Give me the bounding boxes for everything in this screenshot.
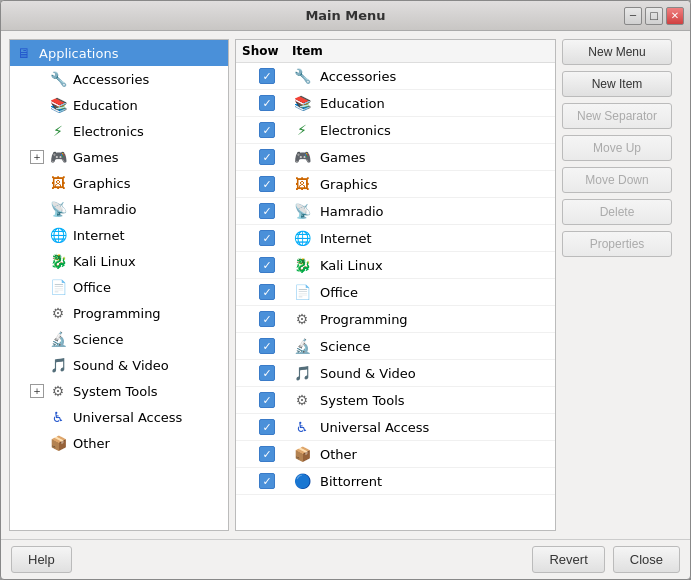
item-cell-elec: ⚡Electronics [292, 120, 549, 140]
expand-icon-systemtools[interactable]: + [30, 384, 44, 398]
checkmark-sys[interactable]: ✓ [259, 392, 275, 408]
left-item-games[interactable]: +🎮Games [10, 144, 228, 170]
item-cell-kali: 🐉Kali Linux [292, 255, 549, 275]
middle-row-ham[interactable]: ✓📡Hamradio [236, 198, 555, 225]
row-icon-bt: 🔵 [292, 471, 312, 491]
check-cell-acc[interactable]: ✓ [242, 68, 292, 84]
item-icon-applications: 🖥 [14, 43, 34, 63]
middle-row-bt[interactable]: ✓🔵Bittorrent [236, 468, 555, 495]
middle-row-acc[interactable]: ✓🔧Accessories [236, 63, 555, 90]
titlebar-buttons: ─ □ ✕ [624, 7, 684, 25]
check-cell-off[interactable]: ✓ [242, 284, 292, 300]
check-cell-sys[interactable]: ✓ [242, 392, 292, 408]
item-icon-universalaccess: ♿ [48, 407, 68, 427]
item-cell-sci: 🔬Science [292, 336, 549, 356]
close-dialog-button[interactable]: Close [613, 546, 680, 573]
row-icon-ua: ♿ [292, 417, 312, 437]
expand-icon-games[interactable]: + [30, 150, 44, 164]
left-panel: 🖥Applications🔧Accessories📚Education⚡Elec… [9, 39, 229, 531]
check-cell-ua[interactable]: ✓ [242, 419, 292, 435]
check-cell-oth[interactable]: ✓ [242, 446, 292, 462]
left-item-graphics[interactable]: 🖼Graphics [10, 170, 228, 196]
checkmark-edu[interactable]: ✓ [259, 95, 275, 111]
maximize-button[interactable]: □ [645, 7, 663, 25]
checkmark-inet[interactable]: ✓ [259, 230, 275, 246]
left-item-other[interactable]: 📦Other [10, 430, 228, 456]
check-cell-prog[interactable]: ✓ [242, 311, 292, 327]
row-icon-prog: ⚙ [292, 309, 312, 329]
item-cell-oth: 📦Other [292, 444, 549, 464]
item-label-kalilinux: Kali Linux [73, 254, 136, 269]
row-label-acc: Accessories [320, 69, 396, 84]
middle-row-sys[interactable]: ✓⚙System Tools [236, 387, 555, 414]
row-icon-elec: ⚡ [292, 120, 312, 140]
check-cell-elec[interactable]: ✓ [242, 122, 292, 138]
middle-row-ua[interactable]: ✓♿Universal Access [236, 414, 555, 441]
left-item-kalilinux[interactable]: 🐉Kali Linux [10, 248, 228, 274]
minimize-button[interactable]: ─ [624, 7, 642, 25]
new-menu-button[interactable]: New Menu [562, 39, 672, 65]
checkmark-ua[interactable]: ✓ [259, 419, 275, 435]
left-item-accessories[interactable]: 🔧Accessories [10, 66, 228, 92]
checkmark-kali[interactable]: ✓ [259, 257, 275, 273]
check-cell-sv[interactable]: ✓ [242, 365, 292, 381]
checkmark-ham[interactable]: ✓ [259, 203, 275, 219]
middle-row-elec[interactable]: ✓⚡Electronics [236, 117, 555, 144]
left-item-hamradio[interactable]: 📡Hamradio [10, 196, 228, 222]
middle-row-kali[interactable]: ✓🐉Kali Linux [236, 252, 555, 279]
row-icon-ham: 📡 [292, 201, 312, 221]
check-cell-ham[interactable]: ✓ [242, 203, 292, 219]
checkmark-gfx[interactable]: ✓ [259, 176, 275, 192]
item-icon-internet: 🌐 [48, 225, 68, 245]
middle-row-games[interactable]: ✓🎮Games [236, 144, 555, 171]
check-cell-inet[interactable]: ✓ [242, 230, 292, 246]
checkmark-off[interactable]: ✓ [259, 284, 275, 300]
left-item-applications[interactable]: 🖥Applications [10, 40, 228, 66]
properties-button: Properties [562, 231, 672, 257]
item-icon-hamradio: 📡 [48, 199, 68, 219]
left-item-programming[interactable]: ⚙Programming [10, 300, 228, 326]
row-icon-oth: 📦 [292, 444, 312, 464]
left-item-science[interactable]: 🔬Science [10, 326, 228, 352]
check-cell-bt[interactable]: ✓ [242, 473, 292, 489]
middle-row-inet[interactable]: ✓🌐Internet [236, 225, 555, 252]
check-cell-sci[interactable]: ✓ [242, 338, 292, 354]
checkmark-oth[interactable]: ✓ [259, 446, 275, 462]
left-item-systemtools[interactable]: +⚙System Tools [10, 378, 228, 404]
left-item-universalaccess[interactable]: ♿Universal Access [10, 404, 228, 430]
checkmark-acc[interactable]: ✓ [259, 68, 275, 84]
middle-row-oth[interactable]: ✓📦Other [236, 441, 555, 468]
revert-button[interactable]: Revert [532, 546, 604, 573]
row-icon-sys: ⚙ [292, 390, 312, 410]
item-icon-programming: ⚙ [48, 303, 68, 323]
left-item-office[interactable]: 📄Office [10, 274, 228, 300]
item-icon-kalilinux: 🐉 [48, 251, 68, 271]
left-item-education[interactable]: 📚Education [10, 92, 228, 118]
checkmark-bt[interactable]: ✓ [259, 473, 275, 489]
check-cell-edu[interactable]: ✓ [242, 95, 292, 111]
checkmark-sci[interactable]: ✓ [259, 338, 275, 354]
check-cell-gfx[interactable]: ✓ [242, 176, 292, 192]
row-label-inet: Internet [320, 231, 372, 246]
close-button[interactable]: ✕ [666, 7, 684, 25]
checkmark-games[interactable]: ✓ [259, 149, 275, 165]
left-item-internet[interactable]: 🌐Internet [10, 222, 228, 248]
middle-row-sci[interactable]: ✓🔬Science [236, 333, 555, 360]
check-cell-kali[interactable]: ✓ [242, 257, 292, 273]
checkmark-prog[interactable]: ✓ [259, 311, 275, 327]
checkmark-sv[interactable]: ✓ [259, 365, 275, 381]
left-item-soundvideo[interactable]: 🎵Sound & Video [10, 352, 228, 378]
middle-row-sv[interactable]: ✓🎵Sound & Video [236, 360, 555, 387]
check-cell-games[interactable]: ✓ [242, 149, 292, 165]
middle-row-edu[interactable]: ✓📚Education [236, 90, 555, 117]
middle-row-off[interactable]: ✓📄Office [236, 279, 555, 306]
row-label-edu: Education [320, 96, 385, 111]
checkmark-elec[interactable]: ✓ [259, 122, 275, 138]
row-label-prog: Programming [320, 312, 408, 327]
help-button[interactable]: Help [11, 546, 72, 573]
middle-row-gfx[interactable]: ✓🖼Graphics [236, 171, 555, 198]
item-cell-prog: ⚙Programming [292, 309, 549, 329]
new-item-button[interactable]: New Item [562, 71, 672, 97]
middle-row-prog[interactable]: ✓⚙Programming [236, 306, 555, 333]
left-item-electronics[interactable]: ⚡Electronics [10, 118, 228, 144]
